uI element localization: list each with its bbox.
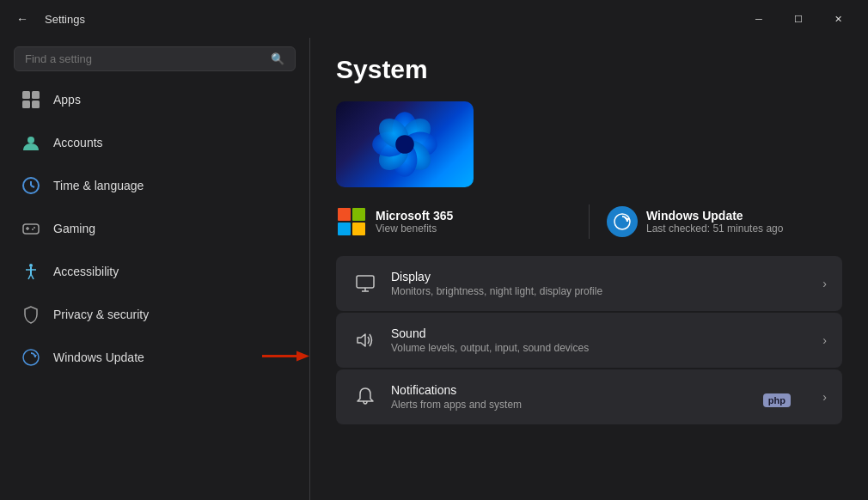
display-name: Display — [391, 270, 602, 284]
svg-rect-32 — [352, 208, 365, 221]
content-area: System — [310, 38, 868, 500]
svg-rect-34 — [352, 223, 365, 235]
sidebar-label-privacy: Privacy & security — [53, 308, 149, 321]
promo-row: Microsoft 365 View benefits Windows Upda… — [336, 204, 842, 239]
windows-update-promo-name: Windows Update — [646, 209, 783, 223]
sidebar-label-windows-update: Windows Update — [53, 351, 144, 364]
windows-update-promo-icon — [607, 206, 638, 237]
microsoft365-icon — [336, 206, 367, 237]
promo-divider — [589, 204, 590, 239]
apps-icon — [21, 89, 41, 110]
windows-update-text: Windows Update Last checked: 51 minutes … — [646, 209, 783, 235]
settings-item-display[interactable]: Display Monitors, brightness, night ligh… — [336, 256, 842, 311]
settings-item-notifications-left: Notifications Alerts from apps and syste… — [351, 383, 522, 411]
notifications-icon — [351, 383, 379, 411]
svg-rect-3 — [32, 101, 40, 108]
settings-item-notifications[interactable]: Notifications Alerts from apps and syste… — [336, 369, 842, 424]
svg-rect-37 — [357, 276, 374, 288]
display-chevron: › — [822, 277, 827, 290]
svg-marker-21 — [296, 351, 309, 362]
sidebar-label-gaming: Gaming — [53, 222, 95, 235]
page-title: System — [336, 55, 842, 84]
microsoft365-text: Microsoft 365 View benefits — [376, 209, 453, 235]
svg-rect-1 — [32, 91, 40, 99]
sidebar-item-apps[interactable]: Apps — [9, 79, 301, 120]
gaming-icon — [21, 218, 41, 239]
sidebar-item-gaming[interactable]: Gaming — [9, 208, 301, 249]
svg-rect-0 — [22, 91, 30, 99]
sidebar-item-windows-update[interactable]: Windows Update — [9, 337, 301, 378]
settings-item-display-left: Display Monitors, brightness, night ligh… — [351, 270, 602, 297]
sidebar-label-time: Time & language — [53, 179, 144, 192]
notifications-chevron: › — [822, 390, 827, 404]
svg-rect-8 — [23, 224, 39, 234]
sidebar-item-privacy[interactable]: Privacy & security — [9, 294, 301, 335]
accounts-icon — [21, 132, 41, 153]
svg-marker-19 — [34, 355, 37, 357]
arrow-annotation — [258, 346, 309, 369]
search-box[interactable]: 🔍 — [14, 46, 296, 71]
svg-line-7 — [31, 186, 34, 187]
settings-item-display-text: Display Monitors, brightness, night ligh… — [391, 270, 602, 297]
svg-point-4 — [28, 137, 34, 143]
svg-point-12 — [32, 229, 34, 230]
settings-list: Display Monitors, brightness, night ligh… — [336, 256, 842, 424]
close-button[interactable]: ✕ — [818, 6, 858, 32]
svg-rect-33 — [338, 223, 351, 235]
sidebar-item-accessibility[interactable]: Accessibility — [9, 251, 301, 292]
search-icon: 🔍 — [271, 52, 284, 65]
main-layout: 🔍 Apps Accounts — [0, 38, 868, 500]
hero-image — [336, 101, 474, 187]
time-icon — [21, 175, 41, 196]
display-desc: Monitors, brightness, night light, displ… — [391, 285, 602, 297]
notifications-desc: Alerts from apps and system — [391, 399, 522, 411]
sidebar-label-accounts: Accounts — [53, 136, 103, 149]
sidebar-label-apps: Apps — [53, 93, 81, 107]
microsoft365-sub: View benefits — [376, 223, 453, 235]
promo-windows-update[interactable]: Windows Update Last checked: 51 minutes … — [607, 204, 842, 239]
settings-item-sound-text: Sound Volume levels, output, input, soun… — [391, 326, 589, 354]
promo-microsoft365[interactable]: Microsoft 365 View benefits — [336, 204, 572, 239]
settings-item-sound[interactable]: Sound Volume levels, output, input, soun… — [336, 313, 842, 368]
title-bar: ← Settings ─ ☐ ✕ — [0, 0, 868, 38]
window-controls: ─ ☐ ✕ — [739, 6, 858, 32]
svg-line-17 — [31, 274, 34, 279]
sidebar: 🔍 Apps Accounts — [0, 38, 309, 500]
sound-icon — [351, 326, 379, 354]
back-button[interactable]: ← — [10, 7, 34, 31]
update-icon — [21, 347, 41, 368]
sound-name: Sound — [391, 326, 589, 340]
sound-chevron: › — [822, 333, 827, 347]
svg-rect-31 — [338, 208, 351, 221]
notifications-name: Notifications — [391, 383, 522, 397]
sidebar-label-accessibility: Accessibility — [53, 265, 119, 278]
privacy-icon — [21, 304, 41, 325]
search-input[interactable] — [25, 52, 264, 65]
svg-line-16 — [28, 274, 31, 279]
accessibility-icon — [21, 261, 41, 282]
sound-desc: Volume levels, output, input, sound devi… — [391, 342, 589, 354]
svg-marker-40 — [358, 334, 365, 346]
sidebar-item-accounts[interactable]: Accounts — [9, 122, 301, 163]
settings-item-sound-left: Sound Volume levels, output, input, soun… — [351, 326, 589, 354]
display-icon — [351, 270, 379, 297]
title-bar-left: ← Settings — [10, 7, 85, 31]
windows-update-promo-sub: Last checked: 51 minutes ago — [646, 223, 783, 235]
sidebar-item-time[interactable]: Time & language — [9, 165, 301, 206]
settings-item-notifications-text: Notifications Alerts from apps and syste… — [391, 383, 522, 411]
svg-point-13 — [29, 264, 33, 267]
svg-point-30 — [395, 135, 414, 154]
minimize-button[interactable]: ─ — [739, 6, 779, 32]
svg-rect-2 — [22, 101, 30, 108]
svg-point-18 — [23, 350, 39, 365]
php-badge: php — [763, 393, 791, 407]
app-title: Settings — [45, 13, 85, 26]
maximize-button[interactable]: ☐ — [779, 6, 818, 32]
svg-point-11 — [34, 227, 35, 229]
microsoft365-name: Microsoft 365 — [376, 209, 453, 223]
